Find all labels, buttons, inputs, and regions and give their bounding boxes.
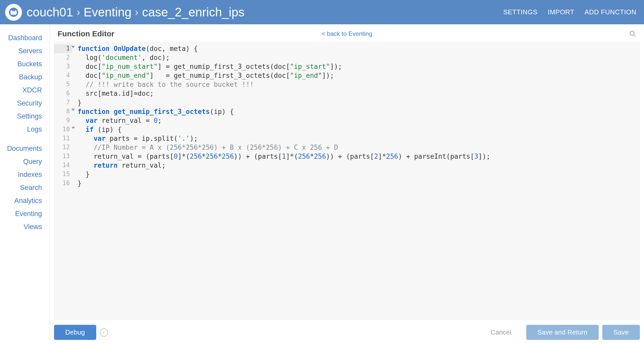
back-to-eventing-link[interactable]: < back to Eventing — [321, 30, 372, 37]
gutter-line-number[interactable]: 5 — [54, 80, 72, 89]
code-content[interactable]: } — [72, 179, 82, 188]
topbar-right: SETTINGS IMPORT ADD FUNCTION — [503, 8, 636, 16]
topbar-left: couch01 › Eventing › case_2_enrich_ips — [5, 4, 244, 21]
code-line[interactable]: 3 doc["ip_num_start"] = get_numip_first_… — [54, 62, 640, 71]
code-content[interactable]: doc["ip_num_start"] = get_numip_first_3_… — [72, 62, 342, 71]
breadcrumb: couch01 › Eventing › case_2_enrich_ips — [27, 5, 244, 19]
import-link[interactable]: IMPORT — [548, 8, 574, 16]
code-content[interactable]: src[meta.id]=doc; — [72, 89, 154, 98]
code-line[interactable]: 12 //IP Number = A x (256*256*256) + B x… — [54, 143, 640, 152]
sidebar-item-views[interactable]: Views — [0, 220, 50, 233]
code-content[interactable]: //IP Number = A x (256*256*256) + B x (2… — [72, 143, 338, 152]
code-line[interactable]: 10 if (ip) { — [54, 125, 640, 134]
code-line[interactable]: 9 var return_val = 0; — [54, 116, 640, 125]
sidebar-item-search[interactable]: Search — [0, 181, 50, 194]
crumb-cluster[interactable]: couch01 — [27, 5, 73, 19]
gutter-line-number[interactable]: 16 — [54, 179, 72, 188]
code-line[interactable]: 15 } — [54, 170, 640, 179]
code-content[interactable]: return return_val; — [72, 161, 166, 170]
svg-point-0 — [630, 31, 634, 35]
gutter-line-number[interactable]: 8 — [54, 107, 72, 116]
couchbase-logo-glyph — [8, 7, 19, 17]
gutter-line-number[interactable]: 7 — [54, 98, 72, 107]
editor-footer: Debug i Cancel Save and Return Save — [54, 325, 640, 340]
gutter-line-number[interactable]: 14 — [54, 161, 72, 170]
save-button[interactable]: Save — [602, 325, 640, 340]
code-content[interactable]: } — [72, 170, 90, 179]
gutter-line-number[interactable]: 1 — [54, 44, 72, 53]
gutter-line-number[interactable]: 2 — [54, 53, 72, 62]
svg-line-1 — [634, 35, 636, 37]
gutter-line-number[interactable]: 10 — [54, 125, 72, 134]
sidebar-item-query[interactable]: Query — [0, 155, 50, 168]
gutter-line-number[interactable]: 4 — [54, 71, 72, 80]
code-line[interactable]: 8function get_numip_first_3_octets(ip) { — [54, 107, 640, 116]
sidebar-item-documents[interactable]: Documents — [0, 142, 50, 155]
code-content[interactable]: var return_val = 0; — [72, 116, 162, 125]
code-line[interactable]: 6 src[meta.id]=doc; — [54, 89, 640, 98]
sidebar: DashboardServersBucketsBackupXDCRSecurit… — [0, 24, 50, 344]
sidebar-item-xdcr[interactable]: XDCR — [0, 84, 50, 97]
topbar: couch01 › Eventing › case_2_enrich_ips S… — [0, 0, 644, 24]
fold-marker-icon[interactable] — [71, 109, 75, 111]
code-content[interactable]: // !!! write back to the source bucket !… — [72, 80, 254, 89]
sidebar-item-security[interactable]: Security — [0, 97, 50, 110]
code-line[interactable]: 5 // !!! write back to the source bucket… — [54, 80, 640, 89]
code-content[interactable]: } — [72, 98, 82, 107]
sidebar-item-servers[interactable]: Servers — [0, 45, 50, 58]
fold-marker-icon[interactable] — [71, 46, 75, 48]
sidebar-item-analytics[interactable]: Analytics — [0, 194, 50, 207]
couchbase-logo-icon[interactable] — [5, 4, 22, 21]
code-line[interactable]: 16} — [54, 179, 640, 188]
code-content[interactable]: function OnUpdate(doc, meta) { — [72, 44, 198, 53]
code-line[interactable]: 14 return return_val; — [54, 161, 640, 170]
gutter-line-number[interactable]: 13 — [54, 152, 72, 161]
content-shell: DashboardServersBucketsBackupXDCRSecurit… — [0, 24, 644, 344]
code-line[interactable]: 1function OnUpdate(doc, meta) { — [54, 44, 640, 53]
gutter-line-number[interactable]: 11 — [54, 134, 72, 143]
code-line[interactable]: 11 var parts = ip.split('.'); — [54, 134, 640, 143]
sidebar-group-data: DocumentsQueryIndexesSearchAnalyticsEven… — [0, 142, 50, 233]
settings-link[interactable]: SETTINGS — [503, 8, 538, 16]
sidebar-item-indexes[interactable]: Indexes — [0, 168, 50, 181]
sidebar-group-cluster: DashboardServersBucketsBackupXDCRSecurit… — [0, 31, 50, 136]
gutter-line-number[interactable]: 3 — [54, 62, 72, 71]
sidebar-item-eventing[interactable]: Eventing — [0, 207, 50, 220]
code-content[interactable]: return_val = (parts[0]*(256*256*256)) + … — [72, 152, 490, 161]
code-content[interactable]: function get_numip_first_3_octets(ip) { — [72, 107, 234, 116]
page-title: Function Editor — [58, 29, 114, 38]
save-and-return-button[interactable]: Save and Return — [526, 325, 599, 340]
fold-marker-icon[interactable] — [71, 127, 75, 129]
gutter-line-number[interactable]: 9 — [54, 116, 72, 125]
code-content[interactable]: var parts = ip.split('.'); — [72, 134, 198, 143]
add-function-link[interactable]: ADD FUNCTION — [585, 8, 636, 16]
crumb-function[interactable]: case_2_enrich_ips — [142, 5, 244, 19]
main-column: Function Editor < back to Eventing 1func… — [50, 24, 644, 344]
gutter-line-number[interactable]: 15 — [54, 170, 72, 179]
code-line[interactable]: 13 return_val = (parts[0]*(256*256*256))… — [54, 152, 640, 161]
search-icon[interactable] — [629, 30, 636, 37]
debug-button[interactable]: Debug — [54, 325, 96, 340]
sidebar-item-buckets[interactable]: Buckets — [0, 58, 50, 71]
code-line[interactable]: 4 doc["ip_num_end"] = get_numip_first_3_… — [54, 71, 640, 80]
code-content[interactable]: if (ip) { — [72, 125, 122, 134]
chevron-right-icon: › — [135, 6, 138, 18]
sidebar-item-settings[interactable]: Settings — [0, 110, 50, 123]
crumb-section[interactable]: Eventing — [84, 5, 132, 19]
code-content[interactable]: log('document', doc); — [72, 53, 170, 62]
code-content[interactable]: doc["ip_num_end"] = get_numip_first_3_oc… — [72, 71, 334, 80]
gutter-line-number[interactable]: 6 — [54, 89, 72, 98]
sidebar-item-logs[interactable]: Logs — [0, 123, 50, 136]
code-line[interactable]: 7} — [54, 98, 640, 107]
page-header: Function Editor < back to Eventing — [50, 29, 644, 42]
code-editor[interactable]: 1function OnUpdate(doc, meta) {2 log('do… — [54, 42, 640, 320]
gutter-line-number[interactable]: 12 — [54, 143, 72, 152]
code-line[interactable]: 2 log('document', doc); — [54, 53, 640, 62]
cancel-button[interactable]: Cancel — [479, 325, 523, 340]
chevron-right-icon: › — [77, 6, 80, 18]
info-icon[interactable]: i — [100, 328, 108, 337]
sidebar-item-dashboard[interactable]: Dashboard — [0, 31, 50, 45]
sidebar-item-backup[interactable]: Backup — [0, 71, 50, 84]
